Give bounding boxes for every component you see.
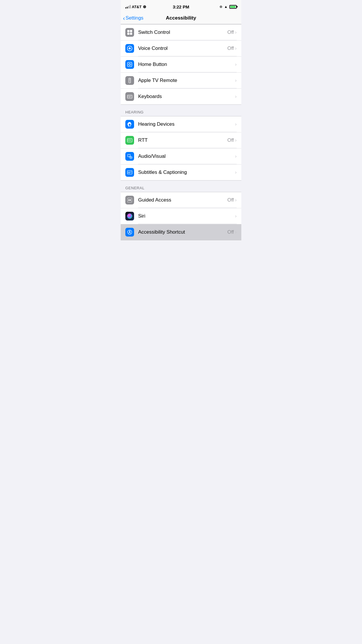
keyboards-right: › xyxy=(235,94,237,99)
rtt-chevron: › xyxy=(235,137,237,143)
guided-access-label: Guided Access xyxy=(138,197,171,203)
list-item-hearing-devices[interactable]: Hearing Devices › xyxy=(121,116,241,132)
list-item-home-button[interactable]: Home Button › xyxy=(121,57,241,73)
hearing-devices-content: Hearing Devices › xyxy=(138,116,237,132)
svg-rect-26 xyxy=(129,139,130,140)
home-button-chevron: › xyxy=(235,62,237,67)
home-button-label: Home Button xyxy=(138,62,167,67)
list-item-switch-control[interactable]: Switch Control Off › xyxy=(121,24,241,41)
accessibility-shortcut-value: Off xyxy=(227,229,234,235)
nav-bar: ‹ Settings Accessibility xyxy=(121,13,241,24)
svg-rect-13 xyxy=(129,81,130,81)
subtitles-captioning-content: Subtitles & Captioning › xyxy=(138,164,237,180)
subtitles-captioning-icon xyxy=(125,168,134,177)
svg-rect-27 xyxy=(130,139,131,140)
subtitles-captioning-right: › xyxy=(235,169,237,175)
list-item-keyboards[interactable]: Keyboards › xyxy=(121,89,241,104)
rtt-icon xyxy=(125,136,134,145)
accessibility-shortcut-chevron: › xyxy=(235,229,237,235)
list-item-accessibility-shortcut[interactable]: Accessibility Shortcut Off › xyxy=(121,224,241,240)
home-button-content: Home Button › xyxy=(138,57,237,72)
hearing-devices-chevron: › xyxy=(235,121,237,127)
svg-rect-29 xyxy=(129,140,130,141)
svg-rect-15 xyxy=(127,95,132,98)
svg-rect-2 xyxy=(127,33,130,35)
accessibility-shortcut-content: Accessibility Shortcut Off › xyxy=(138,224,237,240)
guided-access-right: Off › xyxy=(227,197,237,203)
status-bar: AT&T ⊛ 3:22 PM ⊕ ▲ xyxy=(121,0,241,13)
list-item-subtitles-captioning[interactable]: Subtitles & Captioning › xyxy=(121,164,241,180)
list-item-guided-access[interactable]: Guided Access Off › xyxy=(121,192,241,208)
keyboards-content: Keyboards › xyxy=(138,89,237,104)
guided-access-chevron: › xyxy=(235,197,237,203)
guided-access-icon xyxy=(125,196,134,204)
voice-control-right: Off › xyxy=(227,46,237,51)
svg-rect-3 xyxy=(130,33,132,35)
svg-rect-19 xyxy=(131,96,131,97)
hearing-list: Hearing Devices › RTT xyxy=(121,116,241,181)
hearing-devices-icon xyxy=(125,120,134,129)
status-left: AT&T ⊛ xyxy=(125,4,146,9)
svg-rect-23 xyxy=(131,97,131,97)
svg-rect-21 xyxy=(129,97,129,97)
location-icon: ▲ xyxy=(224,5,228,9)
status-right: ⊕ ▲ xyxy=(219,5,237,9)
apple-tv-remote-right: › xyxy=(235,78,237,83)
subtitles-captioning-label: Subtitles & Captioning xyxy=(138,169,187,175)
accessibility-shortcut-right: Off › xyxy=(227,229,237,235)
voice-control-chevron: › xyxy=(235,46,237,51)
list-item-voice-control[interactable]: Voice Control Off › xyxy=(121,41,241,57)
svg-rect-35 xyxy=(127,171,132,174)
audio-visual-icon xyxy=(125,152,134,161)
keyboards-icon xyxy=(125,92,134,101)
svg-rect-17 xyxy=(129,96,129,97)
list-item-apple-tv-remote[interactable]: Apple TV Remote › xyxy=(121,73,241,89)
voice-control-label: Voice Control xyxy=(138,46,168,51)
accessibility-shortcut-label: Accessibility Shortcut xyxy=(138,229,185,235)
general-header: GENERAL xyxy=(121,181,241,192)
list-item-rtt[interactable]: RTT Off › xyxy=(121,132,241,148)
svg-marker-31 xyxy=(128,154,130,157)
siri-icon xyxy=(125,212,134,220)
siri-label: Siri xyxy=(138,213,145,219)
svg-point-9 xyxy=(129,64,131,66)
back-label: Settings xyxy=(126,15,143,21)
hearing-header: HEARING xyxy=(121,105,241,116)
list-item-audio-visual[interactable]: Audio/Visual › xyxy=(121,148,241,164)
audio-visual-chevron: › xyxy=(235,153,237,159)
svg-rect-18 xyxy=(130,96,130,97)
svg-rect-37 xyxy=(128,173,130,173)
audio-visual-right: › xyxy=(235,153,237,159)
svg-rect-36 xyxy=(128,172,131,172)
hearing-devices-label: Hearing Devices xyxy=(138,121,175,127)
general-list: Guided Access Off › Siri › xyxy=(121,192,241,240)
apple-tv-remote-chevron: › xyxy=(235,78,237,83)
status-time: 3:22 PM xyxy=(173,4,189,9)
switch-control-icon xyxy=(125,28,134,37)
guided-access-value: Off xyxy=(227,197,234,203)
svg-rect-8 xyxy=(128,62,132,67)
audio-visual-label: Audio/Visual xyxy=(138,153,166,159)
apple-tv-remote-content: Apple TV Remote › xyxy=(138,73,237,88)
screen-lock-icon: ⊕ xyxy=(219,5,222,9)
home-button-icon xyxy=(125,60,134,69)
svg-rect-20 xyxy=(128,97,128,97)
signal-bars xyxy=(125,5,131,8)
svg-rect-39 xyxy=(129,200,129,201)
svg-point-42 xyxy=(129,230,130,231)
rtt-value: Off xyxy=(227,137,234,143)
switch-control-content: Switch Control Off › xyxy=(138,24,237,40)
subtitles-captioning-chevron: › xyxy=(235,169,237,175)
svg-rect-25 xyxy=(128,139,129,140)
siri-right: › xyxy=(235,213,237,219)
back-button[interactable]: ‹ Settings xyxy=(123,15,143,21)
accessibility-shortcut-icon xyxy=(125,228,134,237)
svg-point-33 xyxy=(131,157,131,158)
wifi-icon: ⊛ xyxy=(143,4,146,9)
svg-point-12 xyxy=(129,80,130,80)
voice-control-icon xyxy=(125,44,134,53)
list-item-siri[interactable]: Siri › xyxy=(121,208,241,224)
switch-control-label: Switch Control xyxy=(138,29,170,35)
rtt-label: RTT xyxy=(138,137,148,143)
svg-rect-38 xyxy=(128,198,132,202)
